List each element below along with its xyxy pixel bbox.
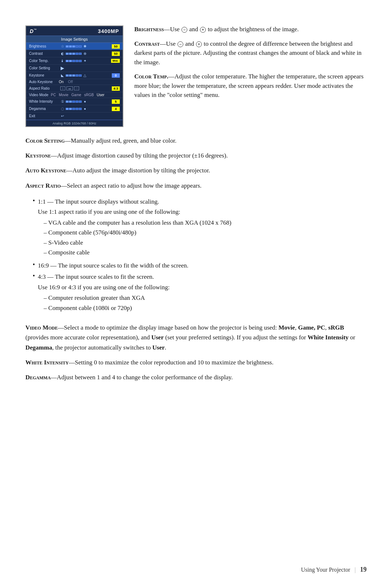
para-keystone: Keystone—Adjust image distortion caused … [25, 151, 367, 160]
term-degamma: Degamma [25, 374, 51, 381]
sub-intro-43: Use 16:9 or 4:3 if you are using one of … [38, 283, 170, 292]
osd-value-color-temp: Mid. [111, 59, 120, 63]
desc-brightness: Brightness—Use − and + to adjust the bri… [134, 25, 367, 34]
osd-icon-deg-high: ● [83, 107, 87, 111]
osd-row-auto-keystone: Auto Keystone On Off [26, 79, 123, 85]
text-video-mode: —Select a mode to optimize the display i… [25, 324, 355, 351]
osd-video-movie: Movie [59, 93, 69, 97]
bullet-item-43: • 4:3 — The input source scales to fit t… [33, 272, 367, 314]
bullet-dot-11: • [33, 197, 35, 259]
body-section: Color Setting—Manually adjust red, green… [25, 136, 367, 382]
osd-video-pc: PC [51, 93, 56, 97]
bold-degamma: Degamma [25, 344, 52, 351]
sub-list-11: VGA cable and the computer has a resolut… [44, 218, 231, 257]
minus-circle-icon2: − [177, 41, 183, 47]
text-degamma: —Adjust between 1 and 4 to change the co… [51, 374, 233, 381]
para-video-mode: Video Mode—Select a mode to optimize the… [25, 323, 367, 352]
desc-color-temp: Color Temp.—Adjust the color temperature… [134, 72, 367, 100]
osd-bar-color-setting: ▶ [60, 65, 120, 71]
para-color-setting: Color Setting—Manually adjust red, green… [25, 136, 367, 146]
term-white-intensity: White Intensity [25, 359, 69, 366]
bold-white-intensity: White Intensity [307, 334, 348, 341]
desc-text-brightness: —Use − and + to adjust the brightness of… [164, 26, 299, 33]
osd-icon-deg-low: ◌ [60, 107, 65, 111]
term-auto-keystone: Auto Keystone [25, 167, 66, 174]
bold-user2: User [152, 344, 165, 351]
osd-label-aspect-ratio: Aspect Ratio [29, 86, 59, 90]
bullet-content-11: 1:1 — The input source displays without … [38, 197, 231, 259]
osd-value-keystone: 0 [112, 73, 120, 78]
desc-term-brightness: Brightness [134, 26, 164, 33]
osd-aspect-43: □ [74, 86, 79, 90]
sub-intro-11: Use 1:1 aspect ratio if you are using on… [38, 207, 231, 217]
desc-text-contrast: —Use − and + to control the degree of di… [134, 40, 362, 66]
osd-video-game: Game [72, 93, 81, 97]
osd-label-white-intensity: White Intensity [29, 99, 59, 103]
osd-label-auto-keystone: Auto Keystone [29, 80, 59, 84]
osd-auto-keystone-on: On [59, 80, 64, 84]
text-keystone: —Adjust image distortion caused by tilti… [51, 152, 228, 159]
osd-row-white-intensity: White Intensity ① ● 5 [26, 98, 123, 105]
osd-bar-degamma: ◌ ● [60, 107, 110, 111]
bullet-item-11: • 1:1 — The input source displays withou… [33, 197, 367, 259]
osd-value-brightness: 50 [112, 44, 120, 49]
osd-bar-deg-segs [66, 108, 82, 110]
osd-icon-contrast-low: ◐ [60, 52, 65, 56]
bold-movie: Movie [278, 324, 295, 331]
osd-menu: D™ 3400MP Image Settings Brightness ☆ ✱ [25, 25, 123, 127]
osd-icon-color-setting: ▶ [60, 65, 65, 71]
para-auto-keystone: Auto Keystone—Auto adjust the image dist… [25, 166, 367, 175]
osd-aspect-11: 1 [60, 86, 65, 90]
top-section: D™ 3400MP Image Settings Brightness ☆ ✱ [25, 22, 367, 127]
osd-bar-brightness: ☆ ✱ [60, 44, 110, 48]
osd-row-brightness: Brightness ☆ ✱ 50 [26, 43, 123, 50]
osd-bar-color-temp: 🌡 ✦ [60, 59, 110, 63]
sub-item-component1: Component cable (576p/480i/480p) [44, 228, 231, 237]
osd-label-exit: Exit [29, 114, 59, 118]
bullet-content-43: 4:3 — The input source scales to fit the… [38, 272, 170, 314]
osd-video-options: PC Movie Game sRGB User [51, 93, 105, 97]
osd-row-video-mode: Video Mode PC Movie Game sRGB User [26, 92, 123, 98]
osd-descriptions: Brightness—Use − and + to adjust the bri… [134, 22, 367, 127]
footer-divider: | [355, 567, 356, 573]
osd-aspect-169: ▬ [66, 86, 73, 90]
text-color-setting: —Manually adjust red, green, and blue co… [65, 137, 176, 144]
osd-aspect-icons: 1 ▬ □ [60, 86, 110, 90]
bullet-dot-43: • [33, 272, 35, 314]
osd-value-degamma: 4 [112, 107, 120, 111]
osd-label-keystone: Keystone [29, 73, 59, 77]
desc-contrast: Contrast—Use − and + to control the degr… [134, 39, 367, 67]
term-keystone: Keystone [25, 152, 51, 159]
osd-label-brightness: Brightness [29, 44, 59, 48]
osd-row-keystone: Keystone ◣ △ 0 [26, 72, 123, 79]
osd-bar-contrast: ◐ ⊕ [60, 52, 110, 56]
para-white-intensity: White Intensity—Setting 0 to maximize th… [25, 358, 367, 367]
para-aspect-ratio: Aspect Ratio—Select an aspect ratio to a… [25, 181, 367, 191]
osd-row-degamma: Degamma ◌ ● 4 [26, 105, 123, 113]
text-white-intensity: —Setting 0 to maximize the color reprodu… [69, 359, 273, 366]
bold-pc: PC [317, 324, 325, 331]
osd-bar-white-intensity: ① ● [60, 99, 110, 103]
desc-term-color-temp: Color Temp. [134, 73, 168, 80]
page-footer: Using Your Projector | 19 [301, 566, 367, 573]
bullet-item-169: • 16:9 — The input source scales to fit … [33, 261, 367, 270]
osd-video-user: User [97, 93, 105, 97]
plus-circle-icon2: + [196, 41, 202, 47]
sub-item-svideo: S-Video cable [44, 238, 231, 248]
term-video-mode: Video Mode [25, 324, 58, 331]
footer-section-text: Using Your Projector [301, 567, 350, 573]
osd-logo: D™ [30, 28, 37, 34]
osd-label-color-setting: Color Setting [29, 66, 59, 70]
bullet-text-169: 16:9 — The input source scales to fit th… [38, 262, 188, 269]
osd-icon-keystone-low: ◣ [60, 73, 65, 77]
osd-label-contrast: Contrast [29, 52, 59, 56]
bold-game: Game, [298, 324, 315, 331]
term-aspect-ratio: Aspect Ratio [25, 182, 61, 189]
osd-row-aspect-ratio: Aspect Ratio 1 ▬ □ 4:3 [26, 85, 123, 92]
osd-bar-segs [66, 45, 82, 48]
osd-bar-keystone: ◣ △ [60, 73, 110, 77]
bullet-text-43: 4:3 — The input source scales to fit the… [38, 273, 154, 280]
para-degamma: Degamma—Adjust between 1 and 4 to change… [25, 372, 367, 382]
osd-icon-temp-low: 🌡 [60, 59, 65, 63]
osd-value-white-intensity: 5 [112, 99, 120, 104]
